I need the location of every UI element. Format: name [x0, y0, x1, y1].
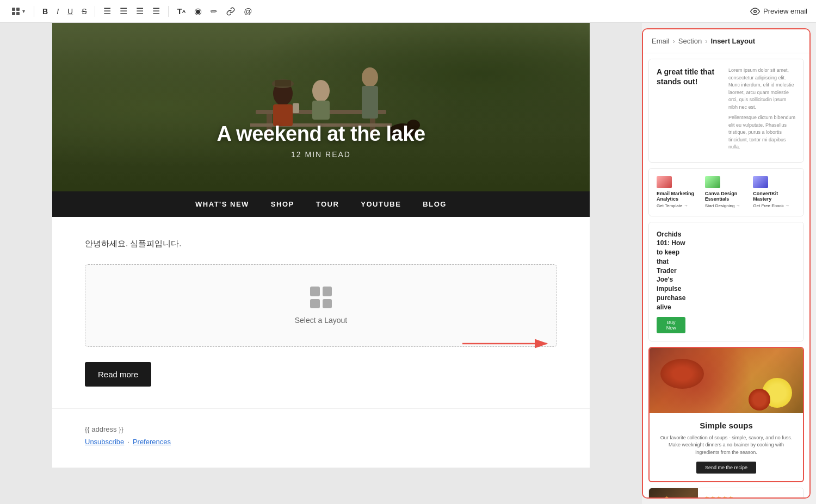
star-5: ★: [728, 495, 733, 499]
link-button[interactable]: [224, 5, 238, 17]
justify-button[interactable]: ☰: [150, 4, 163, 18]
footer-dot: ·: [127, 438, 129, 446]
align-right-button[interactable]: ☰: [133, 4, 146, 18]
card2-col1-title: Email Marketing Analytics: [657, 191, 700, 202]
greeting-text: 안녕하세요. 심플피입니다.: [85, 239, 557, 249]
preferences-link[interactable]: Preferences: [133, 438, 171, 446]
layout-select-icon: [310, 287, 332, 308]
nav-tour[interactable]: TOUR: [316, 200, 339, 208]
email-canvas: A weekend at the lake 12 MIN READ WHAT'S…: [52, 23, 590, 468]
card1-left: A great title that stands out!: [657, 67, 722, 154]
main-layout: A weekend at the lake 12 MIN READ WHAT'S…: [0, 23, 816, 504]
card2-icon-1: [657, 176, 672, 188]
card2-col2-link: Start Designing →: [705, 203, 748, 208]
card2-col3-link: Get Free Ebook →: [753, 203, 796, 208]
nav-youtube[interactable]: YOUTUBE: [361, 200, 401, 208]
star-3: ★: [716, 495, 721, 499]
card2-inner: Email Marketing Analytics Get Template →…: [649, 169, 803, 216]
strikethrough-button[interactable]: S: [79, 5, 89, 17]
card2-col3-title: ConvertKit Mastery: [753, 191, 796, 202]
breadcrumb: Email › Section › Insert Layout: [652, 37, 801, 45]
layout-card-three-cols[interactable]: Email Marketing Analytics Get Template →…: [648, 168, 804, 216]
svg-point-0: [754, 10, 757, 13]
layout-cards: A great title that stands out! Lorem ips…: [643, 53, 809, 499]
card1-body1: Lorem ipsum dolor sit amet, consectetur …: [728, 67, 796, 111]
grid-icon: [12, 8, 20, 15]
card1-title: A great title that stands out!: [657, 67, 722, 86]
toolbar-left: ▾ B I U S ☰ ☰ ☰ ☰ TA ◉ ✏ @: [9, 4, 255, 18]
layout-card-product[interactable]: Orchids 101: How to keep that Trader Joe…: [648, 222, 804, 341]
star-rating: ★ ★ ★ ★ ★: [704, 495, 797, 499]
card2-col-2: Canva Design Essentials Start Designing …: [705, 176, 748, 208]
bold-button[interactable]: B: [40, 5, 51, 17]
unsubscribe-link[interactable]: Unsubscribe: [85, 438, 124, 446]
breadcrumb-sep2: ›: [705, 37, 707, 45]
card4-recipe-button[interactable]: Send me the recipe: [696, 462, 756, 474]
edit-button[interactable]: ✏: [208, 5, 220, 18]
card2-col-3: ConvertKit Mastery Get Free Ebook →: [753, 176, 796, 208]
layout-selector[interactable]: Select a Layout: [85, 264, 557, 347]
content-wrapper: A weekend at the lake 12 MIN READ WHAT'S…: [0, 23, 642, 504]
nav-bar: WHAT'S NEW SHOP TOUR YOUTUBE BLOG: [52, 191, 590, 217]
mention-button[interactable]: @: [241, 5, 255, 17]
fill-button[interactable]: ◉: [191, 4, 205, 18]
card4-image: [650, 348, 803, 413]
chevron-down-icon: ▾: [22, 8, 25, 14]
right-sidebar: Email › Section › Insert Layout A great …: [642, 28, 811, 499]
footer-section: {{ address }} Unsubscribe · Preferences: [52, 408, 590, 468]
grid-layout-button[interactable]: ▾: [9, 6, 28, 17]
toolbar: ▾ B I U S ☰ ☰ ☰ ☰ TA ◉ ✏ @ Preview email: [0, 0, 816, 23]
layout-card-soup[interactable]: Simple soups Our favorite collection of …: [648, 347, 804, 483]
card5-inner: ★ ★ ★ ★ ★ Lorem ipsum dolor sit amet, co…: [649, 488, 803, 499]
nav-shop[interactable]: SHOP: [271, 200, 294, 208]
italic-button[interactable]: I: [54, 5, 61, 17]
card1-inner: A great title that stands out! Lorem ips…: [649, 59, 803, 162]
card5-text: ★ ★ ★ ★ ★ Lorem ipsum dolor sit amet, co…: [698, 488, 803, 499]
card4-bowl2: [749, 389, 770, 410]
content-section: 안녕하세요. 심플피입니다. Select a Layout Read more: [52, 217, 590, 408]
breadcrumb-email[interactable]: Email: [652, 37, 670, 45]
card2-col1-link: Get Template →: [657, 203, 700, 208]
card2-cols: Email Marketing Analytics Get Template →…: [657, 176, 796, 208]
card1-body2: Pellentesque dictum bibendum elit eu vul…: [728, 114, 796, 151]
card4-content: Simple soups Our favorite collection of …: [650, 413, 803, 482]
card4-title: Simple soups: [657, 421, 795, 430]
text-size-button[interactable]: TA: [174, 5, 188, 17]
toolbar-separator2: [95, 6, 95, 17]
editor-area[interactable]: A weekend at the lake 12 MIN READ WHAT'S…: [0, 23, 642, 504]
sidebar-header: Email › Section › Insert Layout: [643, 29, 809, 53]
card3-text: Orchids 101: How to keep that Trader Joe…: [649, 222, 693, 341]
breadcrumb-section[interactable]: Section: [678, 37, 702, 45]
hero-section: A weekend at the lake 12 MIN READ: [52, 23, 590, 191]
address-text: {{ address }}: [85, 425, 557, 433]
card3-title: Orchids 101: How to keep that Trader Joe…: [657, 230, 685, 312]
card1-right: Lorem ipsum dolor sit amet, consectetur …: [728, 67, 796, 154]
eye-icon: [750, 7, 760, 16]
card3-buy-button[interactable]: Buy Now: [657, 317, 685, 333]
align-center-button[interactable]: ☰: [117, 4, 130, 18]
align-left-button[interactable]: ☰: [101, 4, 114, 18]
layout-card-testimonial[interactable]: ★ ★ ★ ★ ★ Lorem ipsum dolor sit amet, co…: [648, 488, 804, 499]
nav-whats-new[interactable]: WHAT'S NEW: [195, 200, 249, 208]
footer-links: Unsubscribe · Preferences: [85, 438, 557, 446]
card5-image: [649, 488, 698, 499]
breadcrumb-sep1: ›: [673, 37, 675, 45]
card2-col2-title: Canva Design Essentials: [705, 191, 748, 202]
read-more-button[interactable]: Read more: [85, 362, 151, 387]
toolbar-separator: [34, 6, 34, 17]
layout-card-title-text[interactable]: A great title that stands out! Lorem ips…: [648, 59, 804, 163]
preview-email-button[interactable]: Preview email: [750, 7, 807, 16]
card2-icon-3: [753, 176, 768, 188]
toolbar-separator3: [168, 6, 169, 17]
breadcrumb-current: Insert Layout: [711, 37, 756, 45]
nav-blog[interactable]: BLOG: [423, 200, 447, 208]
card4-desc: Our favorite collection of soups - simpl…: [657, 434, 795, 457]
hero-subtitle: 12 MIN READ: [52, 150, 590, 159]
layout-selector-label: Select a Layout: [295, 316, 348, 325]
underline-button[interactable]: U: [65, 5, 76, 17]
star-1: ★: [704, 495, 709, 499]
hero-title: A weekend at the lake: [52, 122, 590, 146]
card4-bowl: [660, 359, 704, 389]
card3-inner: Orchids 101: How to keep that Trader Joe…: [649, 222, 803, 341]
star-4: ★: [722, 495, 727, 499]
